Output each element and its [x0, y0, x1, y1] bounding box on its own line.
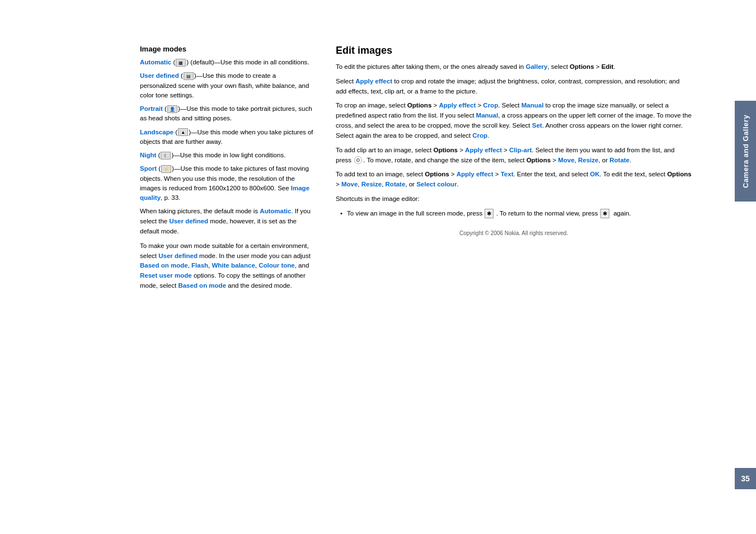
icon-sport: ⚡ — [161, 165, 171, 173]
icon-night: ☾ — [161, 152, 171, 160]
link-crop-2[interactable]: Crop — [472, 132, 487, 139]
mode-user-defined: User defined (▤)—Use this mode to create… — [140, 71, 313, 100]
page-number: 35 — [735, 468, 756, 489]
link-crop[interactable]: Crop — [483, 102, 498, 109]
link-manual-2[interactable]: Manual — [476, 112, 499, 119]
link-apply-effect[interactable]: Apply effect — [355, 78, 392, 85]
link-move[interactable]: Move — [558, 157, 574, 163]
link-apply-effect-2[interactable]: Apply effect — [439, 102, 476, 109]
link-automatic-2[interactable]: Automatic — [260, 208, 291, 214]
link-colour-tone[interactable]: Colour tone — [259, 262, 295, 269]
text-options: Options — [570, 63, 594, 70]
icon-star-key-2: ✱ — [600, 209, 609, 219]
link-manual[interactable]: Manual — [522, 102, 544, 109]
paragraph-clipart: To add clip art to an image, select Opti… — [336, 146, 692, 166]
link-gallery[interactable]: Gallery — [525, 63, 547, 70]
shortcuts-label: Shortcuts in the image editor: — [336, 194, 692, 204]
link-user-defined-3[interactable]: User defined — [158, 252, 198, 259]
left-column: Image modes Automatic (▦) (default)—Use … — [140, 45, 313, 512]
mode-automatic: Automatic (▦) (default)—Use this mode in… — [140, 58, 313, 67]
paragraph-edit-intro: To edit the pictures after taking them, … — [336, 62, 692, 72]
link-night[interactable]: Night — [140, 152, 156, 158]
link-flash[interactable]: Flash — [191, 262, 208, 269]
link-resize-2[interactable]: Resize — [361, 181, 382, 188]
link-user-defined-2[interactable]: User defined — [169, 218, 208, 224]
link-user-defined[interactable]: User defined — [140, 72, 179, 79]
link-white-balance[interactable]: White balance — [212, 262, 255, 269]
link-apply-effect-4[interactable]: Apply effect — [457, 171, 494, 177]
shortcuts-list: To view an image in the full screen mode… — [336, 209, 692, 219]
icon-user-defined: ▤ — [184, 72, 194, 80]
text-options-5: Options — [425, 171, 449, 177]
section-title-image-modes: Image modes — [140, 45, 313, 53]
paragraph-apply-effect: Select Apply effect to crop and rotate t… — [336, 77, 692, 97]
main-content: Image modes Automatic (▦) (default)—Use … — [123, 0, 703, 534]
icon-automatic: ▦ — [176, 59, 186, 67]
icon-joystick-press: ⊙ — [354, 156, 362, 164]
mode-landscape: Landscape (▲)—Use this mode when you tak… — [140, 128, 313, 147]
paragraph-default-mode: When taking pictures, the default mode i… — [140, 207, 313, 236]
text-edit: Edit — [602, 63, 614, 70]
link-select-colour[interactable]: Select colour — [416, 181, 457, 188]
right-column: Edit images To edit the pictures after t… — [336, 45, 692, 512]
mode-sport: Sport (⚡)—Use this mode to take pictures… — [140, 164, 313, 203]
right-sidebar: Camera and Gallery 35 — [703, 0, 756, 534]
paragraph-crop: To crop an image, select Options > Apply… — [336, 101, 692, 140]
text-options-6: Options — [667, 171, 691, 177]
shortcut-fullscreen: To view an image in the full screen mode… — [336, 209, 692, 219]
text-options-4: Options — [527, 157, 551, 163]
link-resize[interactable]: Resize — [578, 157, 598, 163]
link-reset-user-mode[interactable]: Reset user mode — [140, 272, 192, 279]
link-apply-effect-3[interactable]: Apply effect — [465, 147, 502, 153]
icon-portrait: 👤 — [167, 105, 177, 113]
link-sport[interactable]: Sport — [140, 165, 157, 172]
text-options-2: Options — [407, 102, 431, 109]
link-landscape[interactable]: Landscape — [140, 129, 173, 135]
copyright-text: Copyright © 2006 Nokia. All rights reser… — [336, 230, 692, 236]
mode-portrait: Portrait (👤)—Use this mode to take portr… — [140, 104, 313, 124]
paragraph-user-mode: To make your own mode suitable for a cer… — [140, 241, 313, 291]
section-heading-edit-images: Edit images — [336, 45, 692, 57]
mode-night: Night (☾)—Use this mode in low light con… — [140, 151, 313, 160]
link-set[interactable]: Set — [532, 122, 542, 129]
link-portrait[interactable]: Portrait — [140, 105, 163, 112]
paragraph-text: To add text to an image, select Options … — [336, 170, 692, 190]
link-based-on-mode[interactable]: Based on mode — [140, 262, 188, 269]
link-move-2[interactable]: Move — [341, 181, 358, 188]
sidebar-tab-label: Camera and Gallery — [741, 114, 750, 188]
link-automatic[interactable]: Automatic — [140, 59, 171, 65]
link-ok[interactable]: OK — [590, 171, 599, 177]
sidebar-tab: Camera and Gallery — [735, 101, 756, 202]
link-text[interactable]: Text — [501, 171, 514, 177]
link-based-on-mode-2[interactable]: Based on mode — [178, 282, 226, 289]
icon-landscape: ▲ — [178, 128, 188, 136]
text-options-3: Options — [434, 147, 458, 153]
left-margin — [0, 0, 123, 534]
icon-star-key: ✱ — [485, 209, 494, 219]
link-rotate[interactable]: Rotate — [609, 157, 630, 163]
link-clipart[interactable]: Clip-art — [509, 147, 532, 153]
link-rotate-2[interactable]: Rotate — [386, 181, 406, 188]
